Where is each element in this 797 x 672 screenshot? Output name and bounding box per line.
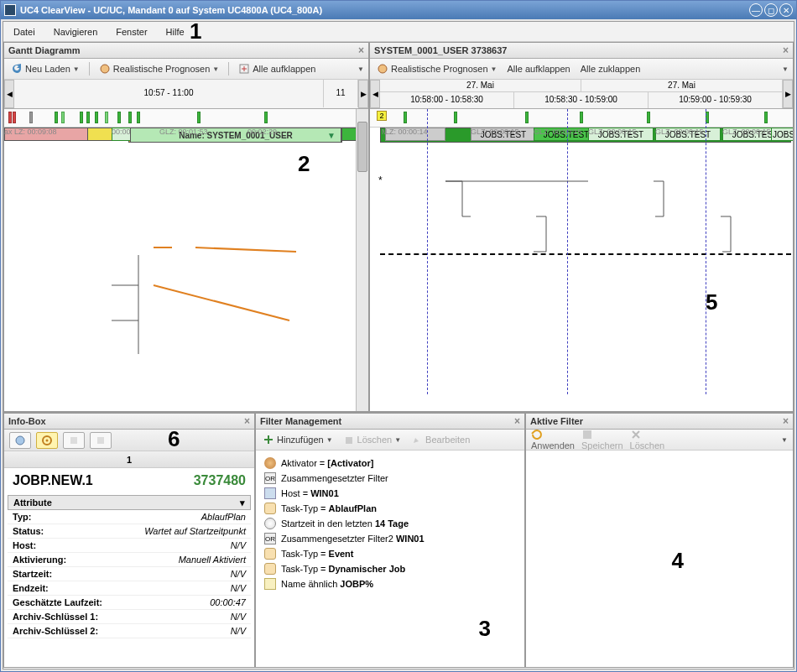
- time-marker: [567, 109, 568, 394]
- ruler-left-arrow[interactable]: ◀: [4, 80, 14, 108]
- app-icon: [4, 4, 16, 16]
- filter-item[interactable]: Task-Typ = Event: [264, 546, 516, 561]
- filter-item[interactable]: Task-Typ = Dynamischer Job: [264, 561, 516, 576]
- save-filter-button[interactable]: Speichern: [581, 429, 623, 451]
- menu-fenster[interactable]: Fenster: [112, 24, 150, 39]
- filter-item-label: Aktivator = [Activator]: [281, 458, 373, 468]
- annotation-1: 1: [190, 18, 201, 44]
- infobox-tab-4[interactable]: [90, 432, 112, 449]
- reload-button[interactable]: Neu Laden▼: [8, 61, 82, 76]
- infobox-pager[interactable]: 1: [4, 451, 254, 468]
- gantt-right-body[interactable]: 2 Name: SYSTEM_0001_USER▲ Min LZ: 00:00:…: [370, 109, 793, 411]
- time-ruler-right: ◀ 27. Mai 27. Mai 10:58:00 - 10:58:30 10…: [370, 80, 793, 109]
- annotation-3: 3: [479, 616, 491, 642]
- gantt-right-title: SYSTEM_0001_USER 3738637: [374, 45, 507, 55]
- attribute-row: Geschätzte Laufzeit:00:00:47: [8, 596, 251, 610]
- object-name: JOBP.NEW.1: [13, 473, 93, 488]
- attribute-row: Startzeit:N/V: [8, 567, 251, 581]
- close-button[interactable]: ✕: [779, 3, 793, 17]
- infobox-tab-3[interactable]: [63, 432, 85, 449]
- annotation-6: 6: [168, 426, 180, 452]
- svg-rect-6: [70, 437, 77, 444]
- gantt-left-title: Gantt Diagramm: [8, 45, 81, 55]
- job-glz-label: GLZ: 00:00:15: [471, 128, 519, 136]
- annotation-2: 2: [298, 151, 310, 177]
- gantt-right-toolbar: Realistische Prognosen▼ Alle aufklappen …: [370, 59, 793, 80]
- gantt-left-scrollbar[interactable]: [356, 109, 368, 411]
- toolbar-overflow-icon[interactable]: ▼: [782, 65, 789, 73]
- active-filter-title: Aktive Filter: [530, 416, 583, 426]
- filter-item[interactable]: ORZusammengesetzter Filter2 WIN01: [264, 531, 516, 546]
- panel-close-icon[interactable]: ×: [514, 415, 520, 427]
- edit-filter-button[interactable]: Bearbeiten: [409, 432, 472, 447]
- attribute-header[interactable]: Attribute▾: [8, 495, 251, 510]
- menubar: Datei Navigieren Fenster Hilfe 1: [3, 22, 794, 42]
- row-max-label: ax LZ: 00:09:08: [4, 128, 57, 136]
- type-icon: [264, 548, 276, 560]
- delete-active-filter-button[interactable]: Löschen: [630, 429, 665, 451]
- infobox-tab-1[interactable]: [9, 432, 31, 449]
- menu-navigieren[interactable]: Navigieren: [50, 24, 102, 39]
- menu-hilfe[interactable]: Hilfe: [163, 24, 188, 39]
- job-glz-label: GLZ: 00:00:15: [588, 128, 637, 136]
- maximize-button[interactable]: ◻: [764, 3, 778, 17]
- minimize-button[interactable]: —: [749, 3, 763, 17]
- prognosen-button[interactable]: Realistische Prognosen▼: [96, 61, 222, 76]
- apply-filter-button[interactable]: Anwenden: [531, 429, 575, 451]
- panel-close-icon[interactable]: ×: [783, 44, 789, 56]
- gantt-left-body[interactable]: ID-Nr. 3701078 Max LZ: 00:02:16 ID-Nr. 3…: [4, 109, 368, 411]
- type-icon: [264, 563, 276, 575]
- object-id: 3737480: [194, 473, 246, 488]
- job-glz-label: GLZ: 00:00:15: [655, 128, 704, 136]
- infobox-toolbar: 6: [4, 430, 254, 451]
- infobox-tab-2[interactable]: [36, 432, 58, 449]
- annotation-4: 4: [672, 548, 684, 574]
- filter-item-label: Task-Typ = Dynamischer Job: [281, 564, 405, 574]
- ruler-left-arrow[interactable]: ◀: [370, 80, 380, 108]
- attribute-row: Status:Wartet auf Startzeitpunkt: [8, 524, 251, 539]
- filter-item-label: Zusammengesetzter Filter2 WIN01: [281, 534, 425, 544]
- panel-close-icon[interactable]: ×: [244, 415, 250, 427]
- window-title: UC4 ClearView - UC/UC, Mandant 0 auf Sys…: [20, 5, 749, 15]
- delete-filter-button[interactable]: Löschen▼: [341, 432, 404, 447]
- attribute-row: Endzeit:N/V: [8, 581, 251, 596]
- menu-datei[interactable]: Datei: [10, 24, 39, 39]
- time-cell: 10:58:30 - 10:59:00: [514, 92, 649, 108]
- filter-item[interactable]: Name ähnlich JOBP%: [264, 576, 516, 591]
- attribute-row: Archiv-Schlüssel 2:N/V: [8, 624, 251, 638]
- gantt-left-panel: Gantt Diagramm × Neu Laden▼ Realistische…: [3, 42, 369, 412]
- time-cell: 10:58:00 - 10:58:30: [380, 92, 514, 108]
- toolbar-overflow-icon[interactable]: ▼: [781, 436, 788, 444]
- toolbar-overflow-icon[interactable]: ▼: [357, 65, 364, 73]
- active-filter-body: 4: [526, 451, 793, 667]
- filter-item[interactable]: Task-Typ = AblaufPlan: [264, 501, 516, 516]
- panel-close-icon[interactable]: ×: [358, 44, 364, 56]
- ruler-right-arrow[interactable]: ▶: [358, 80, 368, 108]
- time-cell: 10:59:00 - 10:59:30: [649, 92, 783, 108]
- filter-mgmt-title: Filter Management: [260, 416, 341, 426]
- filter-item[interactable]: Startzeit in den letzten 14 Tage: [264, 516, 516, 531]
- time-icon: [264, 518, 276, 529]
- expand-all-button[interactable]: Alle aufklappen: [505, 62, 573, 76]
- sys-glz-label: GLZ: 00:01:53: [159, 128, 208, 136]
- collapse-all-button[interactable]: Alle zuklappen: [578, 62, 643, 76]
- prognosen-button[interactable]: Realistische Prognosen▼: [374, 61, 500, 76]
- type-icon: [264, 503, 276, 514]
- app-window: UC4 ClearView - UC/UC, Mandant 0 auf Sys…: [0, 0, 797, 672]
- expand-all-button[interactable]: Alle aufklappen: [236, 61, 318, 76]
- ruler-right-arrow[interactable]: ▶: [783, 80, 793, 108]
- job-glz-label: GLZ: 00:00:15: [534, 128, 582, 136]
- filter-item-label: Host = WIN01: [281, 488, 339, 498]
- annotation-5: 5: [706, 289, 717, 315]
- attribute-row: Aktivierung:Manuell Aktiviert: [8, 553, 251, 567]
- host-icon: [264, 487, 276, 499]
- filter-item[interactable]: Aktivator = [Activator]: [264, 456, 516, 471]
- mini-track-left: [4, 109, 368, 128]
- svg-point-3: [16, 436, 24, 445]
- filter-item[interactable]: ORZusammengesetzter Filter: [264, 471, 516, 486]
- filter-item[interactable]: Host = WIN01: [264, 486, 516, 501]
- panel-close-icon[interactable]: ×: [783, 415, 789, 427]
- job-box-edge[interactable]: JOBS: [771, 128, 793, 141]
- add-filter-button[interactable]: Hinzufügen▼: [260, 432, 336, 447]
- or-icon: OR: [264, 472, 276, 484]
